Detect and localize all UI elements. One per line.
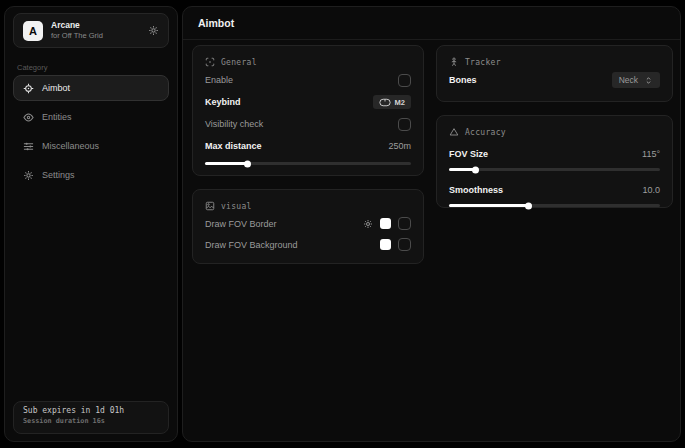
panel-title: visual — [221, 202, 252, 211]
app-logo: A — [23, 21, 43, 41]
accuracy-panel-header: Accuracy — [449, 125, 660, 139]
app-header-card: A Arcane for Off The Grid — [13, 13, 169, 48]
fov-background-label: Draw FOV Background — [205, 240, 298, 250]
sidebar-item-label: Miscellaneous — [42, 141, 99, 151]
enable-row: Enable — [205, 69, 411, 91]
smoothness-label: Smoothness — [449, 185, 503, 195]
subscription-card: Sub expires in 1d 01h Session duration 1… — [13, 401, 169, 434]
sliders-icon — [23, 141, 34, 152]
slider-fill — [449, 204, 529, 207]
sidebar-item-aimbot[interactable]: Aimbot — [13, 75, 169, 101]
slider-thumb[interactable] — [472, 166, 479, 173]
panel-title: General — [221, 58, 257, 67]
enable-checkbox[interactable] — [398, 74, 411, 87]
sidebar-item-label: Settings — [42, 170, 75, 180]
bones-selected-value: Neck — [619, 75, 638, 85]
visibility-check-row: Visibility check — [205, 113, 411, 135]
page-title: Aimbot — [198, 17, 234, 29]
fov-border-label: Draw FOV Border — [205, 219, 277, 229]
smoothness-value: 10.0 — [642, 185, 660, 195]
max-distance-slider[interactable] — [205, 162, 411, 165]
slider-thumb[interactable] — [244, 160, 251, 167]
general-panel: General Enable Keybind M2 Visibility che… — [192, 45, 424, 176]
gear-icon[interactable] — [363, 219, 373, 229]
max-distance-row: Max distance 250m — [205, 135, 411, 157]
main-header: Aimbot — [183, 7, 680, 40]
triangle-icon — [449, 127, 459, 137]
fov-border-row: Draw FOV Border — [205, 213, 411, 234]
fov-background-color-swatch[interactable] — [380, 239, 391, 250]
keybind-value: M2 — [395, 98, 405, 107]
fov-border-color-swatch[interactable] — [380, 218, 391, 229]
sidebar: A Arcane for Off The Grid Category Aimbo… — [4, 6, 178, 442]
panel-title: Tracker — [465, 58, 501, 67]
app-subtitle: for Off The Grid — [51, 31, 103, 41]
person-icon — [449, 57, 459, 67]
sub-expiry-text: Sub expires in 1d 01h — [23, 406, 159, 415]
accuracy-panel: Accuracy FOV Size 115° Smoothness 10.0 — [436, 115, 673, 208]
scan-icon — [205, 57, 215, 67]
visibility-check-checkbox[interactable] — [398, 118, 411, 131]
smoothness-row: Smoothness 10.0 — [449, 180, 660, 199]
gear-icon — [23, 170, 34, 181]
keybind-row: Keybind M2 — [205, 91, 411, 113]
crosshair-icon — [23, 83, 34, 94]
eye-icon — [23, 112, 34, 123]
panel-title: Accuracy — [465, 128, 506, 137]
enable-label: Enable — [205, 75, 233, 85]
fov-background-checkbox[interactable] — [398, 238, 411, 251]
slider-fill — [205, 162, 248, 165]
fov-size-value: 115° — [642, 149, 660, 159]
fov-size-row: FOV Size 115° — [449, 144, 660, 163]
fov-size-slider[interactable] — [449, 168, 660, 171]
gear-icon[interactable] — [148, 25, 159, 36]
sidebar-nav: Aimbot Entities Miscellaneous — [13, 75, 169, 188]
keybind-button[interactable]: M2 — [373, 95, 411, 109]
fov-border-checkbox[interactable] — [398, 217, 411, 230]
visual-panel: visual Draw FOV Border Draw FOV Backgrou… — [192, 189, 424, 264]
session-duration-text: Session duration 16s — [23, 417, 159, 425]
bones-label: Bones — [449, 75, 477, 85]
max-distance-value: 250m — [388, 141, 411, 151]
slider-fill — [449, 168, 476, 171]
max-distance-label: Max distance — [205, 141, 262, 151]
mouse-icon — [379, 98, 391, 107]
category-label: Category — [17, 63, 47, 72]
visibility-check-label: Visibility check — [205, 119, 263, 129]
tracker-panel-header: Tracker — [449, 55, 660, 69]
app-name: Arcane — [51, 20, 103, 31]
chevron-up-down-icon — [644, 76, 653, 85]
slider-thumb[interactable] — [525, 202, 532, 209]
general-panel-header: General — [205, 55, 411, 69]
tracker-panel: Tracker Bones Neck — [436, 45, 673, 102]
bones-row: Bones Neck — [449, 69, 660, 91]
fov-background-row: Draw FOV Background — [205, 234, 411, 255]
sidebar-item-settings[interactable]: Settings — [13, 162, 169, 188]
main-panel: Aimbot General Enable Keybind — [182, 6, 681, 442]
sidebar-item-label: Aimbot — [42, 83, 70, 93]
sidebar-item-entities[interactable]: Entities — [13, 104, 169, 130]
fov-size-label: FOV Size — [449, 149, 488, 159]
sidebar-item-miscellaneous[interactable]: Miscellaneous — [13, 133, 169, 159]
bones-select[interactable]: Neck — [612, 72, 660, 88]
image-icon — [205, 201, 215, 211]
smoothness-slider[interactable] — [449, 204, 660, 207]
sidebar-item-label: Entities — [42, 112, 72, 122]
visual-panel-header: visual — [205, 199, 411, 213]
keybind-label: Keybind — [205, 97, 241, 107]
